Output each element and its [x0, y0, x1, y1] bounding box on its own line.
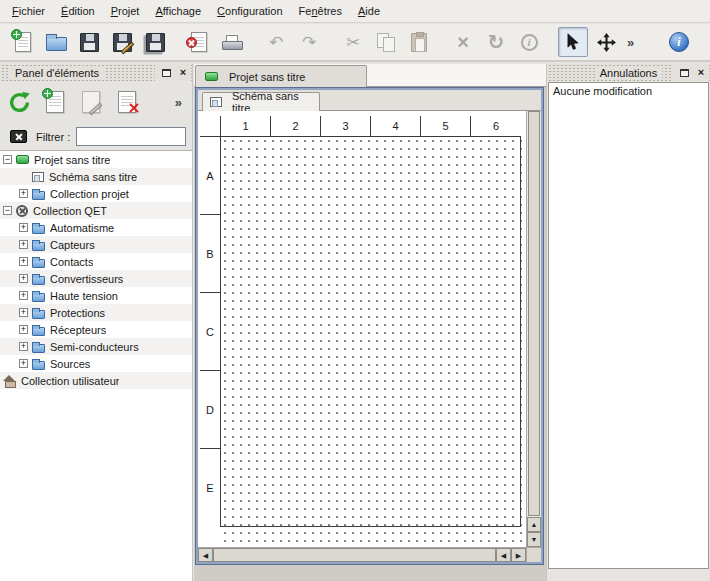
project-window: Schéma sans titre 123456 ABCDE [196, 88, 543, 564]
float-dock-button[interactable] [676, 65, 692, 80]
copy-button[interactable] [371, 27, 401, 57]
expand-icon[interactable]: + [19, 240, 28, 249]
tree-item-label: Collection QET [33, 205, 107, 217]
schema-sheet: 123456 ABCDE [200, 116, 521, 527]
tree-item-automatisme[interactable]: +Automatisme [0, 219, 192, 236]
tree-item-contacts[interactable]: +Contacts [0, 253, 192, 270]
edit-element-icon [82, 91, 100, 113]
menu-projet[interactable]: Projet [103, 0, 148, 22]
undo-panel-title: Annulations [595, 67, 663, 79]
menu-affichage[interactable]: Affichage [147, 0, 209, 22]
menu-fenetres[interactable]: Fenêtres [291, 0, 350, 22]
scroll-left-button[interactable]: ◀ [198, 548, 213, 562]
tree-item-semi-conducteurs[interactable]: +Semi-conducteurs [0, 338, 192, 355]
menu-configuration[interactable]: Configuration [209, 0, 290, 22]
new-file-icon [15, 32, 31, 52]
close-file-button[interactable] [184, 27, 214, 57]
tree-item-collection-utilisateur[interactable]: Collection utilisateur [0, 372, 192, 389]
edit-element-button[interactable] [76, 87, 106, 117]
horizontal-scrollbar-thumb[interactable] [213, 548, 496, 562]
scroll-left-end-button[interactable]: ◀ [496, 548, 511, 562]
redo-button[interactable]: ↷ [294, 27, 324, 57]
scroll-down-button[interactable]: ▼ [527, 532, 541, 547]
tree-item-sources[interactable]: +Sources [0, 355, 192, 372]
tree-item-protections[interactable]: +Protections [0, 304, 192, 321]
vertical-scrollbar-thumb[interactable] [528, 111, 540, 516]
collapse-icon[interactable]: − [3, 206, 12, 215]
tree-item-collection-projet[interactable]: +Collection projet [0, 185, 192, 202]
rotate-button[interactable]: ↻ [481, 27, 511, 57]
home-icon [3, 375, 16, 386]
scroll-up-button[interactable]: ▲ [527, 517, 541, 532]
undo-panel-titlebar[interactable]: Annulations × [547, 64, 710, 81]
project-tab[interactable]: Projet sans titre [195, 65, 367, 87]
pencil-icon [89, 102, 103, 115]
expand-icon[interactable]: + [19, 325, 28, 334]
expand-icon[interactable]: + [19, 342, 28, 351]
pointer-tool-button[interactable] [558, 27, 588, 57]
new-element-button[interactable] [40, 87, 70, 117]
about-qet-button[interactable]: i [664, 27, 694, 57]
menu-fichier[interactable]: Fichier [4, 0, 53, 22]
diagram-info-button[interactable]: i [514, 27, 544, 57]
tree-item-label: Contacts [50, 256, 93, 268]
tree-item-label: Semi-conducteurs [50, 341, 139, 353]
plus-badge-icon [11, 29, 22, 40]
schema-canvas[interactable]: 123456 ABCDE [198, 111, 526, 547]
menu-edition[interactable]: Édition [53, 0, 103, 22]
open-file-button[interactable] [41, 27, 71, 57]
schema-tab[interactable]: Schéma sans titre [202, 92, 320, 111]
expand-icon[interactable]: + [19, 274, 28, 283]
vertical-scrollbar[interactable]: ▲ ▼ [526, 111, 541, 547]
tree-item-projet-sans-titre[interactable]: −Projet sans titre [0, 151, 192, 168]
tree-item-recepteurs[interactable]: +Récepteurs [0, 321, 192, 338]
cut-button[interactable]: ✂ [338, 27, 368, 57]
paste-button[interactable] [404, 27, 434, 57]
tree-item-convertisseurs[interactable]: +Convertisseurs [0, 270, 192, 287]
float-dock-button[interactable] [158, 65, 174, 80]
horizontal-scrollbar[interactable]: ◀ ◀ ▶ [198, 547, 526, 562]
red-x-icon [128, 102, 140, 114]
tree-item-label: Protections [50, 307, 105, 319]
tree-item-label: Capteurs [50, 239, 95, 251]
tree-item-schema-sans-titre[interactable]: Schéma sans titre [0, 168, 192, 185]
open-folder-icon [46, 37, 67, 51]
delete-element-button[interactable] [112, 87, 142, 117]
save-all-button[interactable] [140, 27, 170, 57]
collapse-icon[interactable]: − [3, 155, 12, 164]
menu-aide[interactable]: Aide [350, 0, 388, 22]
new-file-button[interactable] [8, 27, 38, 57]
workspace: Projet sans titre Schéma sans titre [194, 64, 546, 581]
expand-icon[interactable]: + [19, 257, 28, 266]
undo-root-item[interactable]: Aucune modification [549, 83, 708, 99]
undo-history-list: Aucune modification [548, 82, 709, 569]
panel-toolbar-overflow-button[interactable]: » [172, 95, 185, 110]
save-button[interactable] [74, 27, 104, 57]
reload-collections-button[interactable] [4, 87, 34, 117]
undo-button[interactable]: ↶ [261, 27, 291, 57]
clear-filter-button[interactable] [6, 126, 30, 148]
close-dock-button[interactable]: × [175, 65, 191, 80]
tree-item-haute-tension[interactable]: +Haute tension [0, 287, 192, 304]
elements-panel-titlebar[interactable]: Panel d'éléments × [0, 64, 192, 81]
scroll-right-button[interactable]: ▶ [511, 548, 526, 562]
column-header-cell: 1 [221, 116, 271, 136]
expand-icon[interactable]: + [19, 359, 28, 368]
close-dock-button[interactable]: × [693, 65, 709, 80]
toolbar-overflow-button[interactable]: » [624, 35, 637, 50]
tree-item-collection-qet[interactable]: −Collection QET [0, 202, 192, 219]
column-header-cell: 5 [421, 116, 471, 136]
print-icon [222, 35, 243, 52]
filter-input[interactable] [76, 127, 186, 146]
expand-icon[interactable]: + [19, 223, 28, 232]
expand-icon[interactable]: + [19, 291, 28, 300]
tree-item-capteurs[interactable]: +Capteurs [0, 236, 192, 253]
expand-icon[interactable]: + [19, 189, 28, 198]
expand-icon[interactable]: + [19, 308, 28, 317]
move-tool-button[interactable] [591, 27, 621, 57]
delete-button[interactable]: × [448, 27, 478, 57]
save-as-button[interactable] [107, 27, 137, 57]
print-button[interactable] [217, 27, 247, 57]
folder-icon [32, 242, 45, 251]
save-icon [80, 33, 99, 52]
